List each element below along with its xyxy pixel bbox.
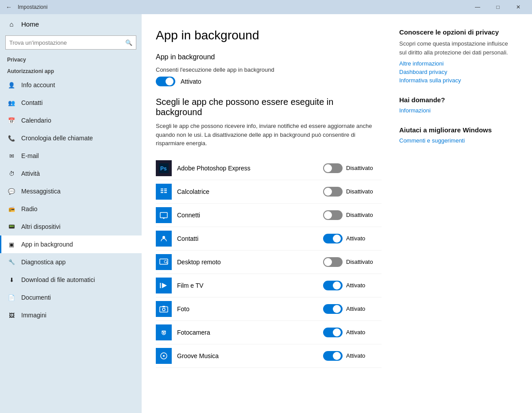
sidebar-item-radio[interactable]: Radio bbox=[0, 200, 142, 218]
toggle-main[interactable] bbox=[156, 77, 175, 86]
svg-rect-21 bbox=[160, 283, 161, 288]
link-informativa[interactable]: Informativa sulla privacy bbox=[399, 77, 514, 84]
search-input[interactable] bbox=[9, 39, 125, 46]
maximize-button[interactable]: □ bbox=[488, 0, 508, 14]
sidebar-item-email[interactable]: E-mail bbox=[0, 147, 142, 165]
app-toggle-foto-label: Attivato bbox=[346, 305, 382, 312]
home-icon bbox=[7, 19, 16, 28]
sidebar-item-contatti[interactable]: Contatti bbox=[0, 94, 142, 112]
sidebar-item-altri-dispositivi[interactable]: Altri dispositivi bbox=[0, 218, 142, 235]
app-toggle-photoshop-area: Disattivato bbox=[323, 163, 382, 173]
app-icon-desktop bbox=[156, 254, 172, 270]
app-name-films: Film e TV bbox=[177, 282, 323, 289]
svg-rect-2 bbox=[159, 187, 169, 197]
app-toggle-connect-label: Disattivato bbox=[346, 212, 382, 218]
sidebar-item-info-account[interactable]: Info account bbox=[0, 76, 142, 94]
questions-section: Hai domande? Informazioni bbox=[399, 96, 514, 114]
calls-icon bbox=[7, 134, 16, 143]
app-toggle-connect[interactable] bbox=[323, 210, 343, 220]
app-toggle-calc-area: Disattivato bbox=[323, 187, 382, 197]
app-toggle-desktop-area: Disattivato bbox=[323, 257, 382, 267]
sidebar-item-messaggistica[interactable]: Messaggistica bbox=[0, 182, 142, 200]
activity-icon bbox=[7, 169, 16, 178]
section-title: App in background bbox=[156, 53, 382, 61]
app-name-foto: Foto bbox=[177, 305, 323, 313]
app-row-photoshop: Ps Adobe Photoshop Express Disattivato bbox=[156, 157, 382, 180]
svg-rect-12 bbox=[162, 218, 165, 218]
sidebar-item-documenti[interactable]: Documenti bbox=[0, 289, 142, 306]
main-layout: Home 🔍 Privacy Autorizzazioni app Info a… bbox=[0, 14, 532, 413]
sidebar-item-cronologia[interactable]: Cronologia delle chiamate bbox=[0, 129, 142, 147]
svg-point-14 bbox=[162, 236, 165, 239]
app-toggle-fotocamera-label: Attivato bbox=[346, 329, 382, 336]
sidebar-item-immagini[interactable]: Immagini bbox=[0, 306, 142, 324]
svg-point-31 bbox=[163, 355, 165, 357]
questions-title: Hai domande? bbox=[399, 96, 514, 104]
link-commenti[interactable]: Commenti e suggerimenti bbox=[399, 137, 514, 144]
choose-desc: Scegli le app che possono ricevere info,… bbox=[156, 122, 382, 148]
sidebar-section-auth: Autorizzazioni app bbox=[0, 65, 142, 76]
app-toggle-films[interactable] bbox=[323, 281, 343, 290]
app-toggle-contacts-label: Attivato bbox=[346, 235, 382, 242]
app-row-groove: Groove Musica Attivato bbox=[156, 344, 382, 368]
sidebar-item-attivita[interactable]: Attività bbox=[0, 165, 142, 182]
app-toggle-fotocamera-area: Attivato bbox=[323, 328, 382, 337]
app-row-contacts: Contatti Attivato bbox=[156, 227, 382, 251]
sidebar-item-diagnostica[interactable]: Diagnostica app bbox=[0, 253, 142, 271]
svg-text:Ps: Ps bbox=[160, 166, 167, 172]
app-toggle-groove[interactable] bbox=[323, 351, 343, 361]
app-toggle-calc[interactable] bbox=[323, 187, 343, 197]
bgapp-icon bbox=[7, 240, 16, 249]
svg-rect-8 bbox=[164, 192, 167, 193]
app-toggle-desktop[interactable] bbox=[323, 257, 343, 267]
svg-rect-3 bbox=[161, 189, 163, 189]
sidebar-item-app-background[interactable]: App in background bbox=[0, 235, 142, 253]
toggle-main-knob bbox=[166, 77, 173, 85]
back-button[interactable]: ← bbox=[4, 2, 14, 12]
sidebar-item-download[interactable]: Download di file automatici bbox=[0, 271, 142, 289]
images-icon bbox=[7, 311, 16, 320]
app-icon-connect bbox=[156, 207, 172, 223]
app-toggle-contacts-area: Attivato bbox=[323, 234, 382, 243]
devices-icon bbox=[7, 222, 16, 231]
search-box[interactable]: 🔍 bbox=[5, 35, 136, 50]
app-name-contacts: Contatti bbox=[177, 235, 323, 242]
privacy-section-text: Scopri come questa impostazione influisc… bbox=[399, 39, 514, 57]
app-toggle-calc-label: Disattivato bbox=[346, 188, 382, 195]
app-toggle-groove-area: Attivato bbox=[323, 351, 382, 361]
titlebar-title: Impostazioni bbox=[18, 4, 467, 10]
app-icon-fotocamera bbox=[156, 324, 172, 340]
calendar-icon bbox=[7, 116, 16, 125]
privacy-section: Conoscere le opzioni di privacy Scopri c… bbox=[399, 28, 514, 84]
app-toggle-contacts[interactable] bbox=[323, 234, 343, 243]
link-altre-info[interactable]: Altre informazioni bbox=[399, 60, 514, 67]
app-icon-photoshop: Ps bbox=[156, 160, 172, 176]
app-toggle-fotocamera[interactable] bbox=[323, 328, 343, 337]
sidebar-home-button[interactable]: Home bbox=[0, 14, 142, 34]
svg-rect-4 bbox=[161, 190, 163, 191]
close-button[interactable]: ✕ bbox=[508, 0, 528, 14]
link-dashboard[interactable]: Dashboard privacy bbox=[399, 69, 514, 75]
app-toggle-films-label: Attivato bbox=[346, 282, 382, 289]
sidebar-section-privacy: Privacy bbox=[0, 53, 142, 65]
choose-title: Scegli le app che possono essere eseguit… bbox=[156, 97, 382, 117]
app-name-fotocamera: Fotocamera bbox=[177, 329, 323, 336]
app-toggle-photoshop-label: Disattivato bbox=[346, 165, 382, 171]
content-area: App in background App in background Cons… bbox=[142, 14, 532, 413]
app-toggle-photoshop[interactable] bbox=[323, 163, 343, 173]
app-icon-films bbox=[156, 278, 172, 293]
sidebar-item-calendario[interactable]: Calendario bbox=[0, 112, 142, 129]
app-toggle-foto[interactable] bbox=[323, 304, 343, 314]
app-toggle-films-area: Attivato bbox=[323, 281, 382, 290]
app-toggle-connect-area: Disattivato bbox=[323, 210, 382, 220]
docs-icon bbox=[7, 293, 16, 302]
side-panel: Conoscere le opzioni di privacy Scopri c… bbox=[399, 28, 514, 399]
contacts-icon bbox=[7, 98, 16, 107]
minimize-button[interactable]: — bbox=[467, 0, 488, 14]
app-name-connect: Connetti bbox=[177, 212, 323, 219]
app-name-calc: Calcolatrice bbox=[177, 188, 323, 195]
svg-rect-7 bbox=[164, 190, 167, 191]
link-informazioni[interactable]: Informazioni bbox=[399, 107, 514, 114]
app-toggle-foto-area: Attivato bbox=[323, 304, 382, 314]
app-icon-foto bbox=[156, 301, 172, 317]
